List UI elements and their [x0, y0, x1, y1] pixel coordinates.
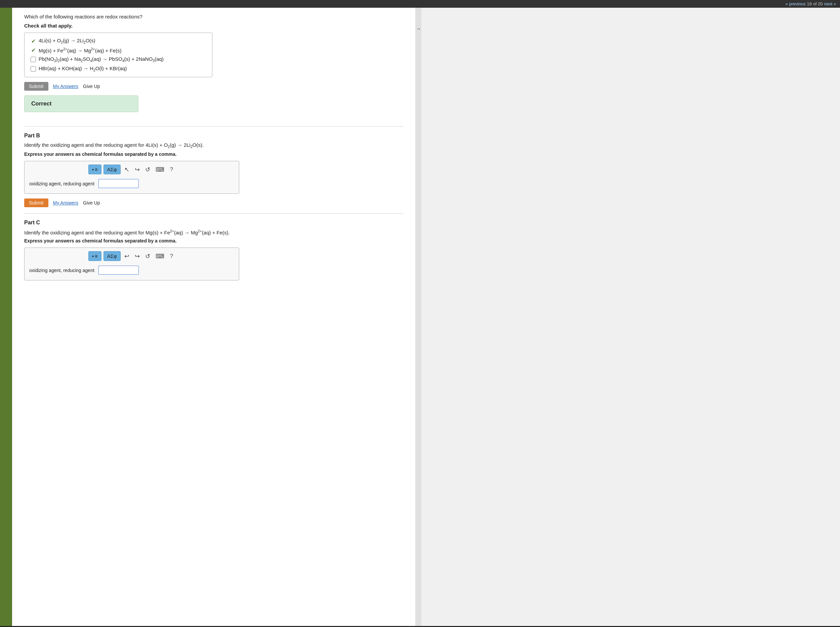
toolbar-c: ▪ ≡ ΑΣφ ↩ ↪ ↺ ⌨ ?	[29, 251, 234, 261]
answer-input-c[interactable]	[98, 266, 139, 275]
option-label-4: HBr(aq) + KOH(aq) → H2O(l) + KBr(aq)	[39, 66, 127, 72]
correct-banner: Correct	[24, 95, 139, 112]
undo-button-b[interactable]: ↪	[133, 165, 142, 174]
next-link[interactable]: next »	[824, 2, 836, 6]
part-c-label: Part C	[24, 220, 403, 226]
matrix-icon-c: ▪	[92, 253, 94, 259]
counter-label: 18 of 20	[807, 2, 823, 6]
divider-ab	[24, 126, 403, 127]
input-row-c: oxidizing agent, reducing agent	[29, 266, 234, 275]
matrix-button-b[interactable]: ▪ ≡	[88, 165, 101, 174]
toolbar-b: ▪ ≡ ΑΣφ ↖ ↪ ↺ ⌨ ?	[29, 165, 234, 174]
top-bar: « previous 18 of 20 next »	[0, 0, 840, 8]
right-sidebar: T	[415, 8, 422, 626]
right-sidebar-text: T	[416, 28, 420, 30]
reset-button-b[interactable]: ↺	[144, 165, 152, 174]
options-box: ✔ 4Li(s) + O2(g) → 2Li2O(s) ✔ Mg(s) + Fe…	[24, 33, 212, 77]
option-row-1: ✔ 4Li(s) + O2(g) → 2Li2O(s)	[31, 38, 206, 44]
part-c-description: Identify the oxidizing agent and the red…	[24, 229, 403, 235]
help-button-c[interactable]: ?	[168, 252, 175, 261]
previous-link[interactable]: « previous	[786, 2, 806, 6]
option-row-2: ✔ Mg(s) + Fe2+(aq) → Mg2+(aq) + Fe(s)	[31, 47, 206, 54]
reset-button-c[interactable]: ↺	[144, 252, 152, 261]
part-b-label: Part B	[24, 133, 403, 139]
greek-button-b[interactable]: ΑΣφ	[104, 165, 121, 174]
submit-button-b[interactable]: Submit	[24, 198, 48, 207]
checkbox-4[interactable]	[31, 66, 36, 71]
divider-bc	[24, 213, 403, 214]
answer-box-c: ▪ ≡ ΑΣφ ↩ ↪ ↺ ⌨ ? oxidizing agent, reduc…	[24, 247, 239, 280]
greek-label-b: ΑΣφ	[107, 167, 117, 172]
matrix-lines-icon-b: ≡	[95, 167, 98, 172]
matrix-icon-b: ▪	[92, 167, 94, 172]
input-label-c: oxidizing agent, reducing agent	[29, 268, 95, 273]
part-b-description: Identify the oxidizing agent and the red…	[24, 142, 403, 149]
option-row-4: HBr(aq) + KOH(aq) → H2O(l) + KBr(aq)	[31, 66, 206, 72]
redo-button-c[interactable]: ↪	[133, 252, 142, 261]
part-b-instruction: Express your answers as chemical formula…	[24, 151, 403, 157]
submit-button-a[interactable]: Submit	[24, 82, 48, 91]
my-answers-link-a[interactable]: My Answers	[53, 83, 78, 89]
submit-row-a: Submit My Answers Give Up	[24, 82, 403, 91]
matrix-lines-icon-c: ≡	[95, 253, 98, 259]
submit-row-b: Submit My Answers Give Up	[24, 198, 403, 207]
checkbox-checked-icon-1[interactable]: ✔	[31, 38, 36, 44]
keyboard-button-b[interactable]: ⌨	[154, 165, 166, 174]
greek-label-c: ΑΣφ	[107, 253, 117, 259]
option-row-3: Pb(NO3)2(aq) + Na2SO4(aq) → PbSO4(s) + 2…	[31, 56, 206, 63]
cursor-icon-b[interactable]: ↖	[123, 165, 131, 174]
answer-input-b[interactable]	[98, 179, 139, 188]
part-c-instruction: Express your answers as chemical formula…	[24, 238, 403, 244]
question-header: Which of the following reactions are red…	[24, 14, 403, 19]
check-all-label: Check all that apply.	[24, 23, 403, 28]
help-button-b[interactable]: ?	[168, 165, 175, 174]
left-sidebar	[0, 8, 12, 626]
my-answers-link-b[interactable]: My Answers	[53, 200, 78, 206]
greek-button-c[interactable]: ΑΣφ	[104, 251, 121, 261]
option-label-1: 4Li(s) + O2(g) → 2Li2O(s)	[39, 38, 95, 44]
give-up-link-a[interactable]: Give Up	[83, 83, 100, 89]
answer-box-b: ▪ ≡ ΑΣφ ↖ ↪ ↺ ⌨ ? oxidizing agent, reduc…	[24, 161, 239, 194]
keyboard-button-c[interactable]: ⌨	[154, 252, 166, 261]
main-content: Which of the following reactions are red…	[12, 8, 415, 626]
input-label-b: oxidizing agent, reducing agent	[29, 181, 95, 186]
checkbox-3[interactable]	[31, 57, 36, 62]
option-label-2: Mg(s) + Fe2+(aq) → Mg2+(aq) + Fe(s)	[39, 47, 122, 54]
matrix-button-c[interactable]: ▪ ≡	[88, 251, 101, 261]
give-up-link-b[interactable]: Give Up	[83, 200, 100, 206]
option-label-3: Pb(NO3)2(aq) + Na2SO4(aq) → PbSO4(s) + 2…	[39, 56, 164, 63]
undo-button-c[interactable]: ↩	[123, 252, 131, 261]
input-row-b: oxidizing agent, reducing agent	[29, 179, 234, 188]
checkbox-checked-icon-2[interactable]: ✔	[31, 48, 36, 53]
